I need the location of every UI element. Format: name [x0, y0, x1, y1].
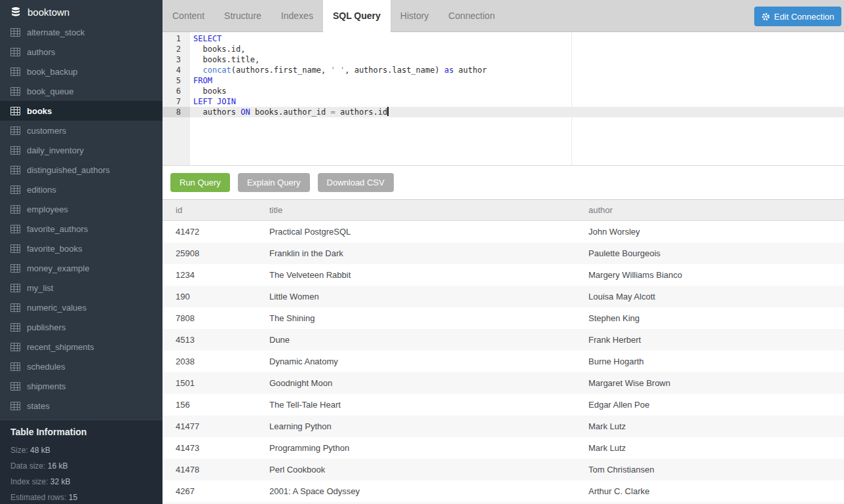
- sidebar-item-publishers[interactable]: publishers: [0, 317, 163, 337]
- table-row: 42672001: A Space OdysseyArthur C. Clark…: [163, 480, 844, 502]
- table-info-row: Index size: 32 kB: [10, 474, 152, 490]
- table-cell: 7808: [163, 307, 256, 329]
- table-cell: Practical PostgreSQL: [256, 221, 575, 242]
- download-csv-button[interactable]: Download CSV: [318, 173, 394, 192]
- table-name-label: recent_shipments: [27, 342, 94, 352]
- column-header-title: title: [256, 200, 575, 221]
- table-row: 1234The Velveteen RabbitMargery Williams…: [163, 264, 844, 286]
- sidebar-item-customers[interactable]: customers: [0, 121, 163, 140]
- line-number: 2: [163, 44, 190, 54]
- tab-content[interactable]: Content: [163, 0, 214, 31]
- tab-history[interactable]: History: [391, 0, 439, 31]
- table-icon: [10, 68, 20, 76]
- table-cell: 1501: [163, 372, 256, 394]
- table-row: 41477Learning PythonMark Lutz: [163, 416, 844, 437]
- info-label: Index size:: [10, 477, 50, 486]
- sidebar-item-schedules[interactable]: schedules: [0, 357, 163, 376]
- table-cell: The Velveteen Rabbit: [256, 264, 575, 286]
- sidebar-item-books[interactable]: books: [0, 101, 163, 121]
- results-table: idtitleauthor 41472Practical PostgreSQLJ…: [163, 199, 844, 504]
- table-cell: Frank Herbert: [575, 329, 844, 351]
- table-row: 41478Perl CookbookTom Christiansen: [163, 459, 844, 480]
- table-name-label: numeric_values: [27, 303, 86, 313]
- table-cell: 1234: [163, 264, 256, 286]
- table-info-row: Data size: 16 kB: [10, 458, 152, 474]
- table-cell: 4267: [163, 480, 256, 502]
- table-icon: [10, 87, 20, 96]
- table-name-label: my_list: [27, 283, 53, 293]
- sidebar-item-shipments[interactable]: shipments: [0, 376, 163, 396]
- code-line: authors ON books.author_id = authors.id: [190, 107, 844, 117]
- table-name-label: distinguished_authors: [27, 165, 109, 175]
- sidebar-item-states[interactable]: states: [0, 396, 163, 416]
- line-number: 8: [163, 107, 190, 117]
- table-cell: 4513: [163, 329, 256, 351]
- sidebar-item-money_example[interactable]: money_example: [0, 258, 163, 278]
- tab-structure[interactable]: Structure: [214, 0, 271, 31]
- table-list: alternate_stockauthorsbook_backupbook_qu…: [0, 22, 163, 416]
- edit-connection-button[interactable]: Edit Connection: [754, 7, 841, 26]
- sidebar-item-authors[interactable]: authors: [0, 42, 163, 62]
- edit-connection-label: Edit Connection: [774, 12, 834, 22]
- table-icon: [10, 146, 20, 155]
- table-icon: [10, 185, 20, 194]
- tab-connection[interactable]: Connection: [438, 0, 505, 31]
- code-line: LEFT JOIN: [190, 96, 844, 107]
- table-cell: 190: [163, 286, 256, 307]
- explain-query-button[interactable]: Explain Query: [238, 173, 310, 192]
- sidebar-item-daily_inventory[interactable]: daily_inventory: [0, 140, 163, 160]
- code-line: FROM: [190, 75, 844, 86]
- table-cell: Little Women: [256, 286, 575, 307]
- table-row: 7808The ShiningStephen King: [163, 307, 844, 329]
- table-row: 190Little WomenLouisa May Alcott: [163, 286, 844, 307]
- table-row-partial: [163, 502, 844, 504]
- table-cell: 25908: [163, 242, 256, 264]
- table-cell: Tom Christiansen: [575, 459, 844, 480]
- info-value: 15: [69, 493, 77, 502]
- sidebar-item-alternate_stock[interactable]: alternate_stock: [0, 22, 163, 42]
- table-cell: 2001: A Space Odyssey: [256, 480, 575, 502]
- table-info-rows: Size: 48 kBData size: 16 kBIndex size: 3…: [10, 442, 152, 504]
- sidebar-item-recent_shipments[interactable]: recent_shipments: [0, 337, 163, 357]
- table-cell: Paulette Bourgeois: [575, 242, 844, 264]
- sidebar-item-book_backup[interactable]: book_backup: [0, 62, 163, 81]
- sidebar-item-editions[interactable]: editions: [0, 180, 163, 199]
- table-icon: [10, 107, 20, 115]
- gear-icon: [761, 12, 770, 21]
- tab-indexes[interactable]: Indexes: [271, 0, 323, 31]
- table-cell: The Tell-Tale Heart: [256, 394, 575, 416]
- table-row: 41473Programming PythonMark Lutz: [163, 437, 844, 459]
- table-row: 2038Dynamic AnatomyBurne Hogarth: [163, 351, 844, 372]
- table-icon: [10, 205, 20, 214]
- info-value: 16 kB: [48, 461, 68, 471]
- database-header[interactable]: booktown: [0, 0, 163, 22]
- table-name-label: authors: [27, 47, 55, 57]
- table-name-label: schedules: [27, 362, 66, 372]
- sidebar-item-my_list[interactable]: my_list: [0, 278, 163, 298]
- info-value: 48 kB: [30, 446, 50, 455]
- column-header-id: id: [163, 200, 256, 221]
- tab-sql-query[interactable]: SQL Query: [323, 0, 391, 31]
- info-value: 32 kB: [50, 477, 71, 486]
- table-icon: [10, 303, 20, 312]
- sidebar-item-book_queue[interactable]: book_queue: [0, 81, 163, 101]
- table-icon: [10, 264, 20, 273]
- query-toolbar: Run Query Explain Query Download CSV: [163, 166, 844, 199]
- table-info-row: Size: 48 kB: [10, 442, 152, 458]
- sidebar-item-favorite_books[interactable]: favorite_books: [0, 239, 163, 258]
- sidebar-item-employees[interactable]: employees: [0, 199, 163, 219]
- sidebar-item-numeric_values[interactable]: numeric_values: [0, 298, 163, 317]
- table-icon: [10, 244, 20, 253]
- table-cell: Perl Cookbook: [256, 459, 575, 480]
- table-cell: Arthur C. Clarke: [575, 480, 844, 502]
- editor-code: SELECT books.id, books.title, concat(aut…: [190, 33, 844, 117]
- table-name-label: customers: [27, 126, 66, 136]
- app-window: booktown alternate_stockauthorsbook_back…: [0, 0, 844, 504]
- sidebar-item-distinguished_authors[interactable]: distinguished_authors: [0, 160, 163, 180]
- table-name-label: book_queue: [27, 87, 74, 96]
- sidebar-item-favorite_authors[interactable]: favorite_authors: [0, 219, 163, 239]
- run-query-button[interactable]: Run Query: [170, 173, 230, 192]
- results-header-row: idtitleauthor: [163, 200, 844, 221]
- table-icon: [10, 166, 20, 174]
- sql-editor[interactable]: 12345678 SELECT books.id, books.title, c…: [163, 32, 844, 166]
